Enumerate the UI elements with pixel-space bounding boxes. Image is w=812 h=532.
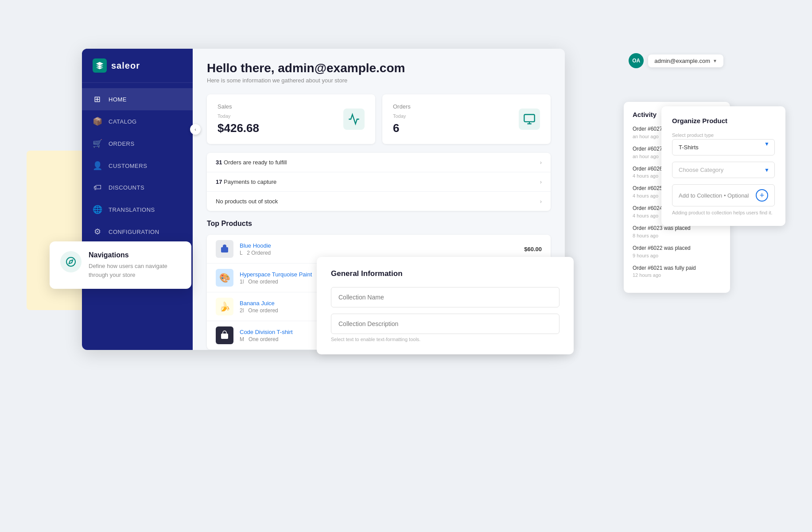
activity-item: Order #6023 was placed 8 hours ago [633, 225, 721, 238]
configuration-icon: ⚙ [93, 227, 102, 237]
notification-row-payments[interactable]: 17 Payments to capture › [207, 172, 551, 192]
svg-rect-0 [524, 115, 534, 122]
sidebar-item-label: TRANSLATIONS [109, 206, 155, 213]
svg-rect-4 [221, 334, 228, 339]
general-info-panel: General Information Select text to enabl… [317, 257, 574, 354]
svg-point-5 [66, 257, 75, 266]
activity-item: Order #6022 was placed 9 hours ago [633, 245, 721, 258]
collection-hint: Adding product to collection helps users… [672, 210, 775, 215]
navigations-content: Navigations Define how users can navigat… [89, 251, 181, 279]
customers-icon: 👤 [93, 161, 102, 171]
translations-icon: 🌐 [93, 205, 102, 214]
sidebar-item-orders[interactable]: 🛒 ORDERS [82, 132, 193, 155]
stats-row: Sales Today $426.68 Orders [207, 94, 551, 144]
product-type-wrapper: Select product type T-Shirts ▼ [672, 132, 775, 155]
page-title: Hello there, admin@example.com [207, 61, 551, 75]
notification-label: Payments to capture [224, 179, 276, 185]
topbar: OA admin@example.com ▼ [629, 53, 723, 68]
page-subtitle: Here is some information we gathered abo… [207, 77, 551, 84]
orders-icon: 🛒 [93, 139, 102, 148]
chevron-down-icon: ▼ [713, 58, 717, 63]
sidebar-item-label: CATALOG [109, 118, 137, 125]
svg-rect-3 [221, 247, 228, 252]
product-info: Blue Hoodie L 2 Ordered [240, 242, 524, 256]
notifications-list: 31 Orders are ready to fulfill › 17 Paym… [207, 153, 551, 211]
home-icon: ⊞ [93, 94, 102, 104]
avatar: OA [629, 53, 644, 68]
sidebar-item-label: CUSTOMERS [109, 163, 147, 169]
activity-item: Order #6021 was fully paid 12 hours ago [633, 264, 721, 278]
category-select[interactable]: Choose Category [672, 162, 775, 178]
sales-chart-icon [343, 109, 365, 130]
product-type-select[interactable]: T-Shirts [672, 139, 775, 155]
dropdown-icon: ▼ [764, 141, 769, 147]
discounts-icon: 🏷 [93, 183, 102, 192]
general-info-title: General Information [331, 269, 559, 278]
sidebar-item-catalog[interactable]: 📦 CATALOG [82, 110, 193, 132]
product-variant: L 2 Ordered [240, 250, 524, 256]
product-thumbnail: 🍌 [216, 298, 233, 315]
orders-card: Orders Today 6 [382, 94, 551, 144]
sales-info: Sales Today $426.68 [218, 103, 259, 135]
top-products-title: Top Products [207, 220, 551, 228]
sidebar-item-home[interactable]: ⊞ HOME [82, 88, 193, 110]
organize-product-panel: Organize Product Select product type T-S… [661, 106, 785, 226]
logo-text: saleor [111, 61, 140, 71]
orders-chart-icon [519, 109, 540, 130]
sidebar-item-discounts[interactable]: 🏷 DISCOUNTS [82, 177, 193, 198]
sidebar-item-label: ORDERS [109, 140, 135, 147]
navigations-description: Define how users can navigate through yo… [89, 262, 181, 279]
orders-info: Orders Today 6 [393, 103, 411, 135]
logo: saleor [82, 49, 193, 83]
sales-period: Today [218, 113, 259, 119]
sidebar-item-translations[interactable]: 🌐 TRANSLATIONS [82, 198, 193, 221]
navigations-title: Navigations [89, 251, 181, 259]
sidebar: saleor ⊞ HOME 📦 CATALOG 🛒 ORDERS 👤 CUST [82, 49, 193, 350]
notification-row-stock[interactable]: No products out of stock › [207, 192, 551, 211]
chevron-right-icon: › [540, 159, 542, 166]
add-collection-button[interactable]: + [756, 189, 768, 202]
collection-description-input[interactable] [331, 314, 559, 334]
product-thumbnail [216, 326, 233, 344]
notification-label: Orders are ready to fulfill [224, 159, 287, 166]
sales-label: Sales [218, 103, 259, 110]
sidebar-nav: ⊞ HOME 📦 CATALOG 🛒 ORDERS 👤 CUSTOMERS 🏷 [82, 83, 193, 350]
sidebar-item-label: DISCOUNTS [109, 184, 144, 191]
product-thumbnail [216, 240, 233, 258]
user-email: admin@example.com [654, 58, 710, 64]
form-hint: Select text to enable text-formatting to… [331, 337, 559, 342]
notification-row-fulfill[interactable]: 31 Orders are ready to fulfill › [207, 153, 551, 172]
sidebar-item-customers[interactable]: 👤 CUSTOMERS [82, 155, 193, 177]
chevron-right-icon: › [540, 179, 542, 185]
collection-label: Add to Collection • Optional [679, 192, 749, 199]
svg-marker-6 [69, 260, 73, 264]
sidebar-item-configuration[interactable]: ⚙ CONFIGURATION [82, 221, 193, 243]
product-name[interactable]: Blue Hoodie [240, 242, 524, 249]
notification-text: 31 Orders are ready to fulfill [216, 159, 287, 166]
sales-card: Sales Today $426.68 [207, 94, 375, 144]
sidebar-collapse-button[interactable]: ‹ [190, 124, 201, 135]
product-type-label: Select product type [672, 132, 775, 138]
sidebar-item-label: CONFIGURATION [109, 229, 159, 235]
category-dropdown-icon: ▼ [764, 167, 769, 173]
orders-label: Orders [393, 103, 411, 110]
chevron-right-icon: › [540, 198, 542, 205]
logo-icon [93, 58, 107, 73]
category-wrapper: Choose Category ▼ [672, 162, 775, 178]
orders-value: 6 [393, 121, 411, 135]
organize-title: Organize Product [672, 117, 775, 124]
sidebar-item-label: HOME [109, 96, 127, 103]
user-menu[interactable]: admin@example.com ▼ [648, 54, 723, 67]
collection-row: Add to Collection • Optional + [672, 184, 775, 206]
navigation-icon [60, 251, 82, 272]
product-thumbnail: 🎨 [216, 269, 233, 287]
product-price: $60.00 [524, 246, 542, 252]
catalog-icon: 📦 [93, 116, 102, 126]
orders-period: Today [393, 113, 411, 119]
sales-value: $426.68 [218, 121, 259, 135]
notification-text: 17 Payments to capture [216, 179, 276, 185]
notification-text: No products out of stock [216, 198, 278, 205]
navigations-tooltip: Navigations Define how users can navigat… [50, 241, 191, 289]
collection-name-input[interactable] [331, 287, 559, 307]
